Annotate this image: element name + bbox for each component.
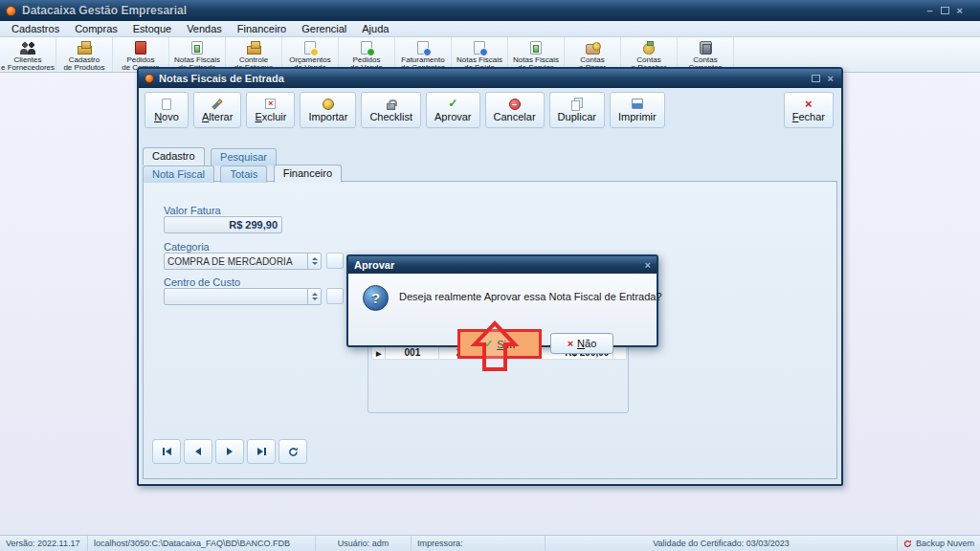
sales-order-icon	[361, 41, 372, 55]
menu-estoque[interactable]: Estoque	[125, 22, 179, 35]
tab-pesquisar[interactable]: Pesquisar	[211, 148, 277, 165]
previous-record-icon	[195, 448, 201, 455]
alterar-button[interactable]: Alterar	[193, 92, 241, 128]
last-record-button[interactable]	[247, 439, 276, 464]
first-record-button[interactable]	[152, 439, 181, 464]
dialog-close-icon[interactable]: ×	[645, 260, 651, 270]
dialog-title: Aprovar	[354, 259, 394, 271]
print-icon	[632, 99, 643, 109]
toolbar-clientes-fornecedores[interactable]: Clientes e Fornecedores	[0, 37, 56, 72]
cloud-backup-icon	[903, 539, 912, 549]
duplicar-button[interactable]: Duplicar	[549, 92, 605, 128]
centro-custo-label: Centro de Custo	[164, 276, 240, 288]
status-user: Usuário: adm	[316, 536, 412, 551]
restore-icon[interactable]	[941, 7, 949, 14]
sim-button[interactable]: ✓ Sim	[484, 338, 515, 350]
tab-nota-fiscal[interactable]: Nota Fiscal	[143, 165, 214, 183]
contract-document-icon	[417, 41, 429, 55]
next-record-button[interactable]	[215, 439, 244, 464]
notas-fiscais-entrada-window: Notas Fiscais de Entrada × Novo Alterar …	[137, 67, 843, 486]
centro-custo-lookup-button[interactable]	[326, 288, 344, 304]
menu-compras[interactable]: Compras	[67, 22, 125, 35]
sub-tabs: Nota Fiscal Totais Financeiro	[143, 165, 344, 182]
window-title: Notas Fiscais de Entrada	[159, 73, 284, 84]
quote-document-icon	[304, 41, 316, 55]
first-record-icon	[163, 448, 165, 455]
previous-record-button[interactable]	[184, 439, 212, 464]
menu-vendas[interactable]: Vendas	[179, 22, 230, 35]
status-version: Versão: 2022.11.17	[0, 536, 88, 551]
new-document-icon	[162, 99, 171, 110]
window-body: Novo Alterar × Excluir Importar Checklis…	[139, 88, 841, 484]
vault-icon	[700, 41, 712, 55]
row-marker-icon: ▶	[376, 350, 381, 357]
toolbar-cadastro-produtos[interactable]: Cadastro de Produtos	[56, 37, 113, 72]
duplicate-pages-icon	[571, 100, 580, 111]
edit-pencil-icon	[212, 99, 223, 109]
question-mark-icon: ?	[363, 285, 389, 311]
minimize-icon[interactable]: –	[926, 6, 932, 15]
tab-financeiro[interactable]: Financeiro	[274, 165, 342, 183]
valor-fatura-field[interactable]: R$ 299,90	[164, 216, 282, 233]
close-icon[interactable]: ×	[957, 6, 963, 15]
window-restore-icon[interactable]	[812, 75, 820, 82]
purchase-order-icon	[135, 41, 146, 55]
window-close-icon[interactable]: ×	[828, 74, 834, 83]
yes-check-icon: ✓	[484, 338, 493, 350]
main-tabs: Cadastro Pesquisar	[143, 147, 278, 165]
next-record-icon	[227, 448, 233, 455]
categoria-select[interactable]: COMPRA DE MERCADORIA	[164, 253, 322, 270]
novo-button[interactable]: Novo	[145, 92, 189, 128]
delete-icon: ×	[265, 99, 276, 109]
dialog-message: Deseja realmente Aprovar essa Nota Fisca…	[399, 291, 662, 302]
service-invoice-icon	[530, 41, 542, 55]
tab-cadastro[interactable]: Cadastro	[143, 147, 205, 165]
imprimir-button[interactable]: Imprimir	[610, 92, 665, 128]
centro-custo-spinner-icon[interactable]	[307, 289, 321, 304]
approve-check-icon: ✓	[448, 98, 457, 110]
close-x-icon: ×	[805, 98, 813, 110]
window-button-row: Novo Alterar × Excluir Importar Checklis…	[145, 92, 835, 130]
pay-hand-money-icon	[586, 44, 600, 55]
menu-gerencial[interactable]: Gerencial	[294, 22, 354, 35]
record-navigator	[152, 439, 307, 464]
no-x-icon: ×	[568, 338, 573, 349]
importar-button[interactable]: Importar	[300, 92, 356, 128]
statusbar: Versão: 2022.11.17 localhost/3050:C:\Dat…	[0, 535, 980, 551]
cancel-circle-icon: –	[509, 99, 521, 110]
menu-ajuda[interactable]: Ajuda	[354, 22, 396, 35]
menu-financeiro[interactable]: Financeiro	[230, 22, 294, 35]
invoice-out-icon	[474, 41, 485, 55]
tab-totais[interactable]: Totais	[220, 165, 267, 183]
aprovar-button[interactable]: ✓ Aprovar	[426, 92, 480, 128]
window-logo-icon	[145, 74, 154, 83]
invoice-in-icon	[191, 41, 203, 55]
fechar-button[interactable]: × Fechar	[784, 92, 834, 128]
excluir-button[interactable]: × Excluir	[246, 92, 295, 128]
stock-boxes-icon	[247, 46, 261, 55]
status-database-path: localhost/3050:C:\Datacaixa_FAQ\BD\BANCO…	[88, 536, 316, 551]
checklist-button[interactable]: Checklist	[361, 92, 421, 128]
menu-cadastros[interactable]: Cadastros	[4, 22, 67, 35]
centro-custo-select[interactable]	[164, 288, 322, 305]
refresh-icon	[288, 447, 299, 457]
cancelar-button[interactable]: – Cancelar	[485, 92, 545, 128]
nao-button[interactable]: × Não	[550, 333, 613, 354]
import-globe-icon	[323, 99, 334, 110]
valor-fatura-label: Valor Fatura	[164, 205, 221, 216]
status-certificate: Validade do Certificado: 03/03/2023	[546, 536, 898, 551]
app-logo-icon	[6, 6, 16, 16]
main-titlebar: Datacaixa Gestão Empresarial – ×	[0, 0, 980, 21]
categoria-label: Categoria	[164, 241, 210, 253]
status-backup[interactable]: Backup Nuvem	[898, 536, 980, 551]
money-bag-icon	[643, 43, 655, 55]
window-titlebar: Notas Fiscais de Entrada ×	[139, 69, 841, 88]
categoria-spinner-icon[interactable]	[307, 253, 321, 269]
aprovar-dialog: Aprovar × ? Deseja realmente Aprovar ess…	[346, 254, 658, 347]
dialog-body: ? Deseja realmente Aprovar essa Nota Fis…	[348, 274, 657, 345]
red-annotation-box: ✓ Sim	[457, 329, 542, 359]
last-record-icon	[257, 448, 263, 455]
refresh-button[interactable]	[278, 439, 307, 464]
categoria-lookup-button[interactable]	[326, 253, 344, 269]
app-title: Datacaixa Gestão Empresarial	[22, 4, 187, 17]
